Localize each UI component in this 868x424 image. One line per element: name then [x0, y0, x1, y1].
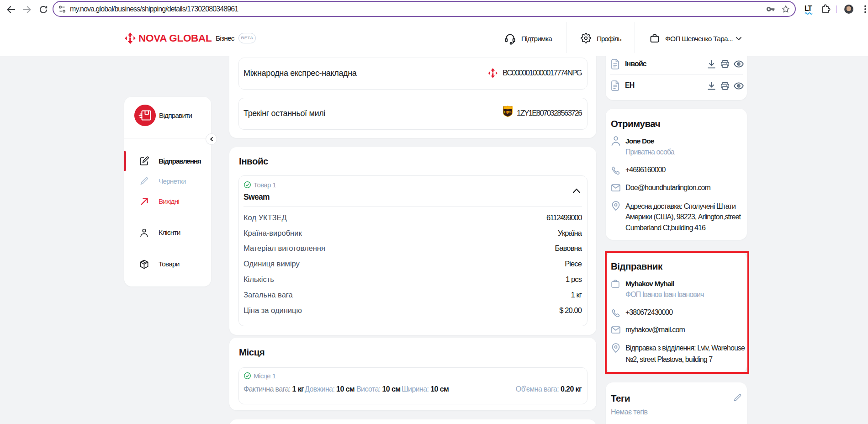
svg-text:ups: ups — [504, 110, 512, 114]
